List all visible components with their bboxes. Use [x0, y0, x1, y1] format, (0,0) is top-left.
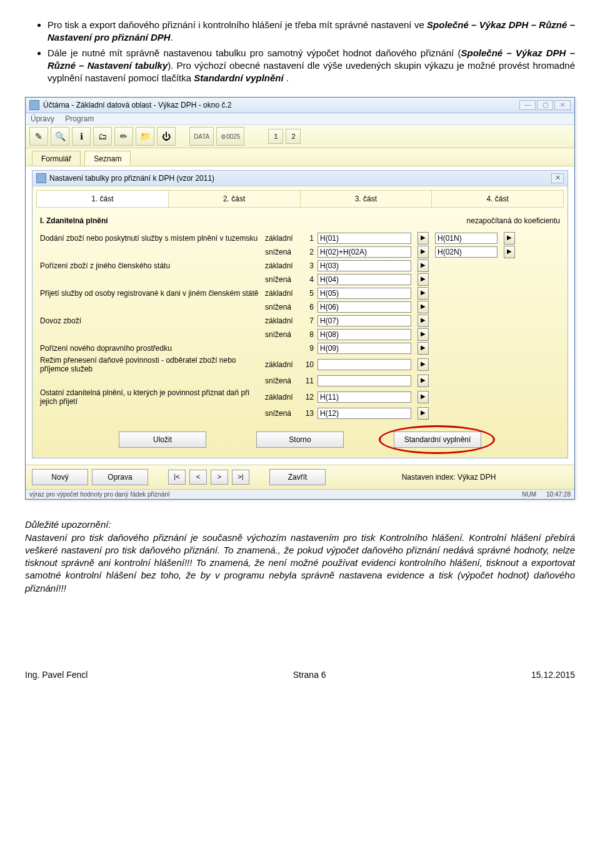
window-1-button[interactable]: 1 — [268, 129, 283, 144]
toolbar-icon-5[interactable]: ✏ — [114, 127, 133, 146]
bullet-1: Pro tisk a export daňového přiznání i ko… — [48, 19, 575, 44]
nav-next[interactable]: > — [211, 470, 228, 485]
toolbar-icon-7[interactable]: ⏻ — [157, 127, 176, 146]
play-icon[interactable]: ▶ — [418, 375, 429, 387]
row-value-input[interactable] — [318, 246, 411, 258]
row-description: Ostatní zdanitelná plnění, u kterých je … — [40, 388, 265, 406]
row-rate: základní — [265, 289, 302, 298]
play-icon[interactable]: ▶ — [418, 287, 429, 300]
toolbar-icon-6[interactable]: 📁 — [136, 127, 154, 146]
row-value-input[interactable] — [318, 288, 411, 299]
part-tab-4[interactable]: 4. část — [432, 191, 563, 207]
row-value-input[interactable] — [318, 375, 411, 386]
row-description: Pořízení nového dopravního prostředku — [40, 344, 265, 353]
play-icon[interactable]: ▶ — [418, 328, 429, 341]
index-status: Nastaven index: Výkaz DPH — [329, 473, 568, 482]
tab-formular[interactable]: Formulář — [32, 151, 81, 166]
row-value2-input[interactable] — [435, 246, 498, 258]
row-value-input[interactable] — [318, 343, 411, 354]
row-value-input[interactable] — [318, 233, 411, 244]
row-value-input[interactable] — [318, 315, 411, 326]
row-number: 2 — [302, 248, 318, 256]
row-rate: snížená — [265, 303, 302, 311]
maximize-button[interactable]: ▢ — [537, 100, 553, 110]
play-icon[interactable]: ▶ — [418, 315, 429, 327]
play-icon[interactable]: ▶ — [418, 301, 429, 313]
row-value-input[interactable] — [318, 359, 411, 370]
nav-prev[interactable]: < — [189, 470, 207, 485]
row-rate: základní — [265, 393, 302, 401]
play-icon[interactable]: ▶ — [418, 407, 429, 420]
form-row: Ostatní zdanitelná plnění, u kterých je … — [36, 388, 564, 406]
play-icon[interactable]: ▶ — [418, 260, 429, 272]
row-rate: snížená — [265, 275, 302, 284]
play-icon[interactable]: ▶ — [418, 273, 429, 286]
part-tab-1[interactable]: 1. část — [37, 191, 169, 207]
new-button[interactable]: Nový — [32, 469, 88, 485]
form-row: snížená13▶ — [36, 406, 564, 420]
minimize-button[interactable]: — — [519, 100, 536, 110]
dialog-icon — [36, 173, 46, 183]
play-icon[interactable]: ▶ — [504, 246, 515, 258]
close-button[interactable]: ✕ — [554, 100, 571, 110]
form-row: Režim přenesení daňové povinnosti - odbě… — [36, 355, 564, 374]
toolbar-icon-4[interactable]: 🗂 — [93, 127, 112, 146]
row-number: 7 — [302, 316, 318, 325]
row-number: 9 — [302, 344, 318, 353]
row-value-input[interactable] — [318, 329, 411, 340]
toolbar-icon-3[interactable]: ℹ — [72, 127, 91, 146]
toolbar-icon-1[interactable]: ✎ — [29, 127, 48, 146]
settings-dialog: Nastavení tabulky pro přiznání k DPH (vz… — [32, 170, 568, 458]
play-icon[interactable]: ▶ — [418, 232, 429, 245]
status-num: NUM — [522, 491, 536, 498]
row-description: Dodání zboží nebo poskytnutí služby s mí… — [40, 234, 265, 243]
nav-last[interactable]: >| — [232, 470, 249, 485]
part-tab-3[interactable]: 3. část — [301, 191, 432, 207]
nav-first[interactable]: |< — [168, 470, 186, 485]
part-tabs: 1. část 2. část 3. část 4. část — [36, 190, 564, 208]
edit-button[interactable]: Oprava — [92, 469, 148, 485]
titlebar: Účtárna - Základní datová oblast - Výkaz… — [26, 98, 574, 113]
toolbar-icon-2[interactable]: 🔍 — [51, 127, 69, 146]
play-icon[interactable]: ▶ — [418, 358, 429, 371]
section-heading: I. Zdanitelná plnění — [40, 216, 108, 225]
close-dialog-button[interactable]: Zavřít — [269, 469, 326, 485]
status-left: výraz pro výpočet hodnoty pro daný řádek… — [29, 491, 170, 498]
dialog-close-button[interactable]: ✕ — [551, 173, 564, 183]
toolbar-data-button[interactable]: DATA — [189, 127, 214, 146]
row-value-input[interactable] — [318, 301, 411, 313]
row-rate: základní — [265, 316, 302, 325]
bottom-bar: Nový Oprava |< < > >| Zavřít Nastaven in… — [26, 465, 574, 489]
play-icon[interactable]: ▶ — [418, 246, 429, 258]
play-icon[interactable]: ▶ — [418, 391, 429, 403]
play-icon[interactable]: ▶ — [504, 232, 515, 245]
standard-fill-button[interactable]: Standardní vyplnění — [394, 431, 481, 448]
row-value-input[interactable] — [318, 391, 411, 403]
form-row: Dodání zboží nebo poskytnutí služby s mí… — [36, 231, 564, 245]
row-value2-input[interactable] — [435, 233, 498, 244]
menu-upravy[interactable]: Úpravy — [31, 114, 54, 123]
notice-body: Nastavení pro tisk daňového přiznání je … — [25, 532, 575, 593]
important-notice: Důležité upozornění: Nastavení pro tisk … — [25, 518, 575, 595]
row-rate: snížená — [265, 376, 302, 385]
row-description: Pořízení zboží z jiného členského státu — [40, 261, 265, 270]
row-value-input[interactable] — [318, 260, 411, 271]
menu-program[interactable]: Program — [65, 114, 94, 123]
part-tab-2[interactable]: 2. část — [169, 191, 301, 207]
cancel-button[interactable]: Storno — [256, 431, 344, 448]
toolbar-gear-button[interactable]: ⚙ 0025 — [216, 127, 244, 146]
save-button[interactable]: Uložit — [119, 431, 206, 448]
tab-seznam[interactable]: Seznam — [84, 151, 131, 166]
statusbar: výraz pro výpočet hodnoty pro daný řádek… — [26, 489, 574, 499]
status-time: 10:47:28 — [546, 491, 571, 498]
row-value-input[interactable] — [318, 408, 411, 419]
toolbar: ✎ 🔍 ℹ 🗂 ✏ 📁 ⏻ DATA ⚙ 0025 1 2 — [26, 125, 574, 148]
row-rate: snížená — [265, 409, 302, 418]
dialog-title-text: Nastavení tabulky pro přiznání k DPH (vz… — [49, 174, 214, 183]
form-row: Pořízení zboží z jiného členského státuz… — [36, 259, 564, 273]
window-2-button[interactable]: 2 — [286, 129, 301, 144]
section-note: nezapočítaná do koeficientu — [467, 216, 560, 225]
row-value-input[interactable] — [318, 274, 411, 285]
row-number: 12 — [302, 393, 318, 401]
play-icon[interactable]: ▶ — [418, 342, 429, 355]
